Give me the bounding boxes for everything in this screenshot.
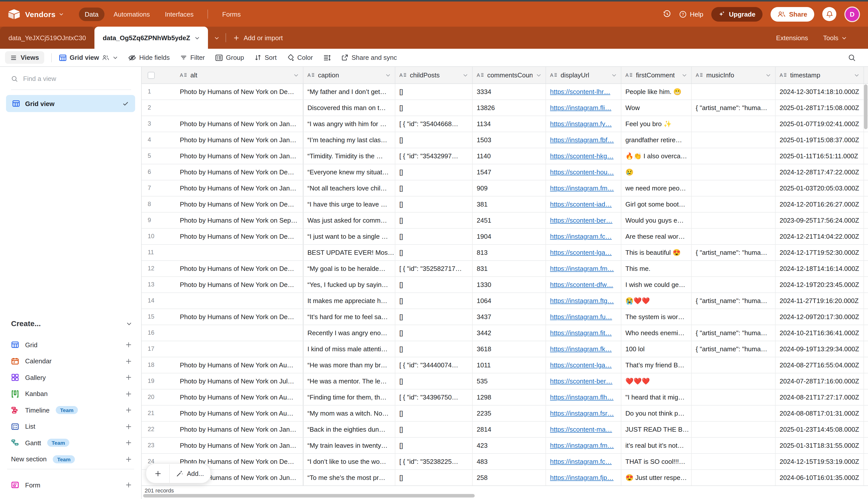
create-view-item-list[interactable]: List [0,418,141,435]
cell-caption[interactable]: “My train leaves in twenty… [303,438,395,453]
cell-displayUrl[interactable]: https://scontent-lhr… [546,84,621,99]
cell-timestamp[interactable]: 2024-12-19T20:23:45.000Z [776,277,864,292]
cell-musicInfo[interactable] [692,405,776,421]
cell-displayUrl[interactable]: https://scontent-hkg… [546,148,621,164]
cell-childPosts[interactable]: [] [395,309,473,325]
vertical-scrollbar[interactable] [864,84,868,129]
cell-commentsCount[interactable]: 381 [473,196,546,212]
cell-timestamp[interactable]: 2024-07-28T17:16:00.000Z [776,373,864,389]
cell-displayUrl[interactable]: https://scontent-hou… [546,164,621,180]
cell-alt[interactable]: Photo by Humans of New York on Jan… [176,422,303,437]
row-number[interactable]: 3 [142,116,176,132]
cell-firstComment[interactable]: Girl got some boot… [621,196,692,212]
cell-timestamp[interactable]: 2025-01-19T15:08:37.000Z [776,132,864,148]
display-url-link[interactable]: https://instagram.fm… [550,265,614,272]
display-url-link[interactable]: https://instagram.fc… [550,458,612,465]
nav-tab-interfaces[interactable]: Interfaces [159,7,200,21]
select-all-checkbox[interactable] [148,72,155,78]
cell-timestamp[interactable]: 2025-01-23T14:45:08.000Z [776,422,864,437]
cell-firstComment[interactable]: 100 lol [621,341,692,357]
cell-firstComment[interactable]: JUST READ THE B… [621,422,692,437]
create-view-item-form[interactable]: Form [0,477,141,493]
display-url-link[interactable]: https://scontent-lga… [550,249,612,256]
cell-caption[interactable]: “Timidity. Timidity is the … [303,148,395,164]
row-number[interactable]: 15 [142,309,176,325]
cell-caption[interactable]: “Finding time for them, th… [303,389,395,405]
row-number[interactable]: 6 [142,164,176,180]
row-number[interactable]: 21 [142,405,176,421]
table-tab-inactive[interactable]: data_YeJXCj519OJntxC30 [0,27,95,49]
cell-commentsCount[interactable]: 1503 [473,132,546,148]
cell-displayUrl[interactable]: https://instagram.fbf… [546,132,621,148]
cell-musicInfo[interactable] [692,277,776,292]
views-button[interactable]: Views [5,51,44,64]
cell-commentsCount[interactable]: 423 [473,438,546,453]
cell-childPosts[interactable]: [] [395,277,473,292]
cell-timestamp[interactable]: 2024-12-21T14:04:22.000Z [776,229,864,244]
cell-caption[interactable]: “My goal is to be heralde… [303,261,395,276]
cell-displayUrl[interactable]: https://instagram.fc… [546,229,621,244]
cell-childPosts[interactable]: [ { "id": "35238225… [395,454,473,469]
row-number[interactable]: 11 [142,245,176,260]
row-number[interactable]: 19 [142,373,176,389]
cell-caption[interactable]: “I have this urge to leave … [303,196,395,212]
display-url-link[interactable]: https://scontent-dfw… [550,281,613,289]
help-button[interactable]: ? Help [679,10,704,18]
display-url-link[interactable]: https://scontent-lhr… [550,88,610,96]
cell-caption[interactable]: Recently I was angry eno… [303,325,395,341]
display-url-link[interactable]: https://scontent-ber… [550,217,612,224]
cell-firstComment[interactable]: This is beautiful 😍 [621,245,692,260]
cell-commentsCount[interactable]: 831 [473,261,546,276]
cell-childPosts[interactable]: [] [395,245,473,260]
cell-displayUrl[interactable]: https://instagram.fk… [546,341,621,357]
display-url-link[interactable]: https://instagram.fu… [550,313,612,320]
column-chevron-icon[interactable] [682,72,687,78]
cell-musicInfo[interactable] [692,373,776,389]
display-url-link[interactable]: https://scontent-ma… [550,426,612,433]
horizontal-scrollbar[interactable] [143,494,475,498]
cell-firstComment[interactable]: Wow [621,100,692,115]
workspace-title[interactable]: Vendors [25,10,55,19]
cell-caption[interactable]: “My mom was a witch. No… [303,405,395,421]
plus-icon[interactable] [125,439,132,447]
cell-childPosts[interactable]: [] [395,100,473,115]
cell-displayUrl[interactable]: https://instagram.fm… [546,261,621,276]
cell-childPosts[interactable]: [ { "id": "352582717… [395,261,473,276]
cell-childPosts[interactable]: [ { "id": "35432997… [395,148,473,164]
column-chevron-icon[interactable] [463,72,468,78]
column-chevron-icon[interactable] [536,72,542,78]
cell-musicInfo[interactable] [692,454,776,469]
cell-musicInfo[interactable] [692,229,776,244]
cell-caption[interactable]: Was just asked for comm… [303,212,395,228]
row-number[interactable]: 13 [142,277,176,292]
cell-alt[interactable]: Photo by Humans of New York on Jan… [176,180,303,196]
column-chevron-icon[interactable] [854,72,859,78]
cell-musicInfo[interactable] [692,84,776,99]
row-number[interactable]: 9 [142,212,176,228]
cell-musicInfo[interactable] [692,180,776,196]
row-number[interactable]: 4 [142,132,176,148]
display-url-link[interactable]: https://scontent-lga… [550,361,612,369]
cell-timestamp[interactable]: 2024-12-18T14:16:14.000Z [776,261,864,276]
cell-firstComment[interactable]: THAT is SO cool!!!… [621,454,692,469]
cell-musicInfo[interactable] [692,196,776,212]
cell-musicInfo[interactable] [692,148,776,164]
nav-tab-automations[interactable]: Automations [108,7,156,21]
cell-firstComment[interactable]: 😍 Just utter respe… [621,470,692,485]
cell-timestamp[interactable]: 2024-12-20T16:26:27.000Z [776,196,864,212]
display-url-link[interactable]: https://instagram.flh… [550,393,613,401]
cell-childPosts[interactable]: [ { "id": "35404668… [395,116,473,132]
column-header-musicInfo[interactable]: AmusicInfo [692,67,776,83]
cell-displayUrl[interactable]: https://scontent-lga… [546,357,621,373]
row-number[interactable]: 7 [142,180,176,196]
select-all-cell[interactable] [142,67,176,83]
cell-displayUrl[interactable]: https://instagram.fc… [546,454,621,469]
cell-firstComment[interactable]: The system is wor… [621,309,692,325]
cell-childPosts[interactable]: [] [395,325,473,341]
cell-firstComment[interactable]: Would you guys e… [621,212,692,228]
share-button[interactable]: Share [771,7,814,21]
cell-childPosts[interactable]: [] [395,84,473,99]
cell-alt[interactable]: Photo by Humans of New York on Jan… [176,116,303,132]
cell-firstComment[interactable]: This me. [621,261,692,276]
cell-timestamp[interactable]: 2024-12-30T14:18:10.000Z [776,84,864,99]
